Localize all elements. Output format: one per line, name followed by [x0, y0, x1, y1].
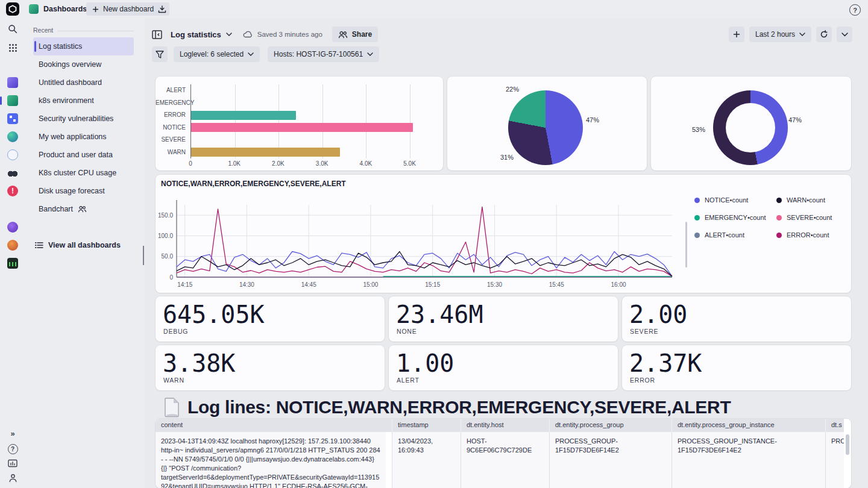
recent-section-label: Recent — [33, 27, 53, 34]
legend-item[interactable]: SEVERE•count — [776, 214, 855, 221]
sidebar-item-label: K8s cluster CPU usage — [39, 169, 116, 177]
pie-chart — [508, 90, 583, 165]
loglevel-pie-chart-tile[interactable]: 47% 31% 22% — [447, 77, 647, 170]
cell-text: dt.entity.host — [467, 421, 544, 428]
expand-rail-icon[interactable]: » — [7, 428, 18, 439]
tile-value: 645.05K — [163, 302, 385, 327]
cell-text: 2023-04-13T14:09:43Z localhost haproxy[1… — [161, 437, 380, 488]
tile-severe[interactable]: 2.00 SEVERE — [622, 296, 851, 342]
tile-debug[interactable]: 645.05K DEBUG — [156, 296, 385, 342]
legend-item[interactable]: ALERT•count — [694, 231, 776, 239]
bar-axis-tick: 1.0K — [228, 160, 241, 167]
table-scrollbar-thumb[interactable] — [846, 434, 849, 455]
collapse-panel-icon[interactable] — [152, 30, 162, 39]
chart-app-icon[interactable] — [7, 258, 18, 269]
column-header-content[interactable]: content — [156, 419, 386, 432]
bar-chart-labels: ALERTEMERGENCYERRORNOTICESEVEREWARN — [156, 84, 190, 168]
filter-icon[interactable] — [152, 46, 168, 62]
legend-dot — [776, 215, 782, 221]
refresh-button[interactable] — [816, 27, 832, 42]
time-range-picker[interactable]: Last 2 hours — [749, 27, 811, 42]
apps-grid-icon[interactable] — [7, 42, 18, 53]
add-tile-button[interactable] — [729, 27, 744, 42]
stack-app-icon[interactable] — [7, 77, 18, 88]
tile-error[interactable]: 2.37K ERROR — [622, 345, 851, 390]
account-icon[interactable] — [7, 472, 18, 483]
sidebar-resize-handle[interactable] — [143, 246, 144, 265]
table-scrollbar[interactable] — [844, 419, 851, 488]
line-series-error — [177, 207, 672, 276]
table-cell: PROCESS_GROUP_INSTANCE-1F15D7F3DE6F14E2 — [671, 432, 825, 488]
sidebar-item-k8s-environment[interactable]: k8s environment — [33, 92, 134, 110]
column-header-dt-entity-process-group[interactable]: dt.entity.process_group — [549, 419, 671, 432]
dashboards-app[interactable]: Dashboards — [29, 2, 87, 16]
loglevel-donut-chart-tile[interactable]: 47% 53% — [651, 77, 851, 170]
tile-value: 1.00 — [396, 351, 618, 376]
new-dashboard-button[interactable]: New dashboard — [86, 2, 160, 16]
svg-text:15:45: 15:45 — [549, 281, 564, 288]
sidebar-item-bookings-overview[interactable]: Bookings overview — [33, 55, 134, 74]
bar-error[interactable] — [191, 111, 296, 120]
search-icon[interactable] — [7, 23, 18, 34]
top-bar: Dashboards New dashboard ? — [0, 0, 868, 18]
bar-axis-tick: 0 — [189, 160, 192, 167]
help-circle-icon[interactable]: ? — [7, 443, 18, 454]
whats-new-icon[interactable] — [7, 458, 18, 469]
bar-notice[interactable] — [191, 123, 413, 132]
chevron-down-icon[interactable] — [226, 33, 232, 36]
column-header-dt-entity-host[interactable]: dt.entity.host — [461, 419, 549, 432]
loglevel-timeseries-tile[interactable]: NOTICE,WARN,ERROR,EMERGENCY,SEVERE,ALERT… — [156, 175, 851, 293]
loglevel-bar-chart-tile[interactable]: ALERTEMERGENCYERRORNOTICESEVEREWARN 01.0… — [156, 77, 443, 170]
sidebar-item-bandchart[interactable]: Bandchart — [33, 200, 134, 218]
svg-text:15:30: 15:30 — [487, 281, 502, 288]
more-options-chevron[interactable] — [837, 27, 852, 42]
tile-warn[interactable]: 3.38K WARN — [156, 345, 385, 390]
sidebar-item-untitled-dashboard[interactable]: Untitled dashboard — [33, 74, 134, 92]
alert-app-icon[interactable] — [7, 186, 18, 196]
dashboards-app-icon — [29, 4, 39, 14]
hosts-filter[interactable]: Hosts: HOST-IG-57-100561 — [268, 46, 379, 62]
bar-category-label: WARN — [156, 146, 190, 159]
loglevel-filter[interactable]: Loglevel: 6 selected — [174, 46, 260, 62]
column-header-timestamp[interactable]: timestamp — [392, 419, 461, 432]
legend-item[interactable]: WARN•count — [776, 196, 855, 204]
legend-dot — [694, 215, 700, 221]
table-column-scrollbar-track[interactable] — [386, 432, 392, 488]
globe-app-icon[interactable] — [7, 149, 18, 160]
view-all-dashboards[interactable]: View all dashboards — [35, 236, 121, 254]
sidebar-item-log-statistics[interactable]: Log statistics — [33, 37, 134, 55]
sphere-app-icon[interactable] — [7, 131, 18, 142]
dynatrace-logo[interactable] — [6, 2, 19, 16]
bar-category-label: EMERGENCY — [156, 97, 190, 110]
help-icon[interactable]: ? — [849, 4, 861, 16]
share-button[interactable]: Share — [332, 27, 378, 42]
table-row[interactable]: 2023-04-13T14:09:43Z localhost haproxy[1… — [156, 432, 851, 488]
table-cell: PROCESS_GROUP-1F15D7F3DE6F14E2 — [549, 432, 671, 488]
upload-dashboard-button[interactable] — [154, 2, 169, 16]
pie-label: 47% — [586, 116, 599, 124]
flame-app-icon[interactable] — [7, 240, 18, 251]
k8s-app-icon[interactable] — [7, 95, 18, 106]
tile-none[interactable]: 23.46M NONE — [389, 296, 618, 342]
table-cell: 2023-04-13T14:09:43Z localhost haproxy[1… — [156, 432, 386, 488]
sidebar-item-security-vulnerabilities[interactable]: Security vulnerabilities — [33, 110, 134, 128]
legend-item[interactable]: NOTICE•count — [694, 196, 776, 204]
legend-item[interactable]: EMERGENCY•count — [694, 214, 776, 221]
binoculars-app-icon[interactable] — [7, 167, 18, 178]
planet-app-icon[interactable] — [7, 222, 18, 233]
log-lines-table[interactable]: contenttimestampdt.entity.hostdt.entity.… — [156, 419, 851, 488]
table-column-scrollbar-track[interactable] — [386, 419, 392, 432]
sidebar-item-k8s-cluster-cpu-usage[interactable]: K8s cluster CPU usage — [33, 164, 134, 182]
bar-warn[interactable] — [191, 148, 340, 157]
tile-alert[interactable]: 1.00 ALERT — [389, 345, 618, 390]
grid-app-icon[interactable] — [7, 113, 18, 124]
sidebar-item-product-and-user-data[interactable]: Product and user data — [33, 146, 134, 164]
sidebar-item-my-web-applications[interactable]: My web applications — [33, 128, 134, 146]
legend-scrollbar[interactable] — [685, 222, 687, 267]
tile-label: NONE — [397, 328, 618, 335]
sidebar-item-disk-usage-forecast[interactable]: Disk usage forecast — [33, 182, 134, 200]
donut-hole — [726, 103, 775, 152]
column-header-dt-entity-process-group-instance[interactable]: dt.entity.process_group_instance — [671, 419, 825, 432]
legend-item[interactable]: ERROR•count — [776, 231, 855, 239]
svg-text:14:45: 14:45 — [301, 281, 316, 288]
